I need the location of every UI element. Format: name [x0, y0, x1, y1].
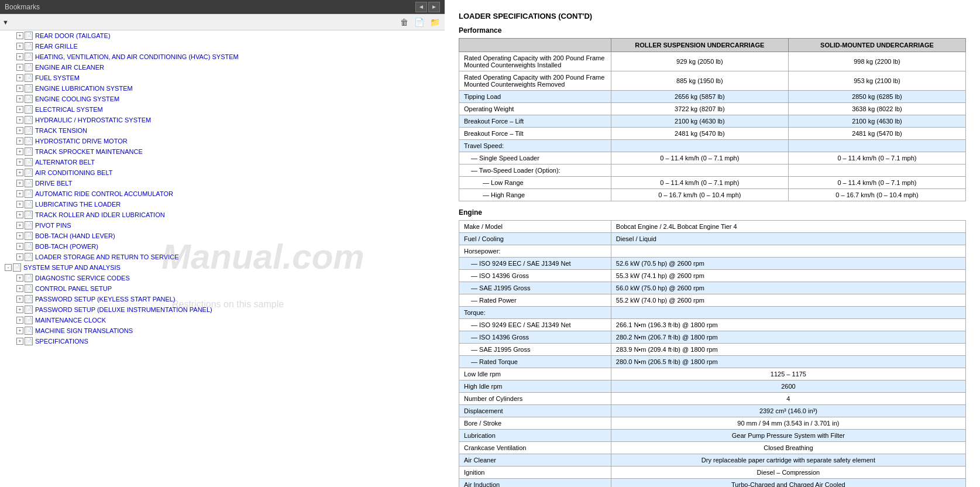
table-row: Operating Weight3722 kg (8207 lb)3638 kg…: [459, 103, 966, 115]
engine-title: Engine: [459, 208, 966, 217]
sidebar-item-label: LUBRICATING THE LOADER: [35, 201, 121, 208]
sidebar-item-loader-storage[interactable]: +📄LOADER STORAGE AND RETURN TO SERVICE: [0, 252, 445, 262]
sidebar-item-rear-door[interactable]: +📄REAR DOOR (TAILGATE): [0, 30, 445, 41]
expand-icon[interactable]: +: [16, 253, 23, 260]
sidebar-item-fuel-system[interactable]: +📄FUEL SYSTEM: [0, 73, 445, 83]
sidebar-item-control-panel[interactable]: +📄CONTROL PANEL SETUP: [0, 283, 445, 294]
expand-icon[interactable]: +: [16, 53, 23, 60]
sidebar-item-label: MACHINE SIGN TRANSLATIONS: [35, 327, 133, 334]
sidebar-item-hvac[interactable]: +📄HEATING, VENTILATION, AND AIR CONDITIO…: [0, 52, 445, 62]
expand-icon[interactable]: +: [16, 317, 23, 324]
expand-icon[interactable]: +: [16, 180, 23, 187]
expand-icon[interactable]: +: [16, 74, 23, 81]
engine-value: 280.2 N•m (206.7 ft·lb) @ 1800 rpm: [611, 331, 965, 344]
folder-bookmark-button[interactable]: 📁: [428, 16, 442, 28]
sidebar-item-bob-tach-hand[interactable]: +📄BOB-TACH (HAND LEVER): [0, 231, 445, 241]
sidebar-item-track-tension[interactable]: +📄TRACK TENSION: [0, 125, 445, 136]
expand-icon[interactable]: -: [5, 264, 12, 271]
table-row: Torque:: [459, 307, 966, 319]
sidebar-item-rear-grille[interactable]: +📄REAR GRILLE: [0, 41, 445, 52]
expand-icon[interactable]: +: [16, 338, 23, 345]
table-row: Low Idle rpm1125 – 1175: [459, 368, 966, 380]
page-icon: 📄: [25, 126, 33, 135]
table-row: Bore / Stroke90 mm / 94 mm (3.543 in / 3…: [459, 417, 966, 430]
expand-icon[interactable]: +: [16, 327, 23, 334]
sidebar-item-maintenance-clock[interactable]: +📄MAINTENANCE CLOCK: [0, 315, 445, 325]
sidebar-item-alternator-belt[interactable]: +📄ALTERNATOR BELT: [0, 157, 445, 167]
sidebar-item-password-keyless[interactable]: +📄PASSWORD SETUP (KEYLESS START PANEL): [0, 294, 445, 304]
table-row: — Single Speed Loader0 – 11.4 km/h (0 – …: [459, 152, 966, 164]
sidebar-item-engine-air-cleaner[interactable]: +📄ENGINE AIR CLEANER: [0, 62, 445, 73]
sidebar-item-electrical[interactable]: +📄ELECTRICAL SYSTEM: [0, 104, 445, 115]
nav-prev-button[interactable]: ◄: [415, 2, 427, 12]
expand-icon[interactable]: +: [16, 222, 23, 229]
expand-icon[interactable]: +: [16, 148, 23, 155]
perf-solid-value: 0 – 16.7 km/h (0 – 10.4 mph): [788, 189, 965, 201]
engine-value: 266.1 N•m (196.3 ft·lb) @ 1800 rpm: [611, 319, 965, 331]
perf-solid-value: 953 kg (2100 lb): [788, 71, 965, 91]
engine-label: Air Cleaner: [459, 454, 611, 467]
expand-icon[interactable]: +: [16, 211, 23, 218]
expand-icon[interactable]: +: [16, 64, 23, 71]
expand-icon[interactable]: +: [16, 169, 23, 176]
sidebar-item-engine-lube[interactable]: +📄ENGINE LUBRICATION SYSTEM: [0, 83, 445, 94]
sidebar-item-label: MAINTENANCE CLOCK: [35, 317, 106, 324]
sidebar-item-label: AUTOMATIC RIDE CONTROL ACCUMULATOR: [35, 190, 173, 197]
sidebar-item-label: ENGINE COOLING SYSTEM: [35, 95, 119, 102]
nav-next-button[interactable]: ►: [428, 2, 440, 12]
bookmarks-tree[interactable]: Manual.com Restrictions on this sample +…: [0, 30, 445, 487]
page-icon: 📄: [25, 232, 33, 240]
expand-icon[interactable]: +: [16, 116, 23, 124]
expand-icon[interactable]: +: [16, 85, 23, 92]
expand-icon[interactable]: +: [16, 296, 23, 303]
engine-value: 283.9 N•m (209.4 ft·lb) @ 1800 rpm: [611, 344, 965, 356]
sidebar-item-track-roller[interactable]: +📄TRACK ROLLER AND IDLER LUBRICATION: [0, 210, 445, 220]
sidebar-item-bob-tach-power[interactable]: +📄BOB-TACH (POWER): [0, 241, 445, 252]
expand-icon[interactable]: +: [16, 127, 23, 134]
perf-solid-value: 0 – 11.4 km/h (0 – 7.1 mph): [788, 152, 965, 164]
add-bookmark-button[interactable]: 📄: [412, 16, 427, 28]
sidebar-item-ac-belt[interactable]: +📄AIR CONDITIONING BELT: [0, 167, 445, 178]
perf-roller-value: 885 kg (1950 lb): [611, 71, 788, 91]
expand-icon[interactable]: +: [16, 285, 23, 292]
table-row: Fuel / CoolingDiesel / Liquid: [459, 233, 966, 245]
sidebar-item-system-setup[interactable]: -📄SYSTEM SETUP AND ANALYSIS: [0, 262, 445, 273]
expand-icon[interactable]: +: [16, 32, 23, 39]
expand-icon[interactable]: +: [16, 232, 23, 239]
sidebar-item-password-deluxe[interactable]: +📄PASSWORD SETUP (DELUXE INSTRUMENTATION…: [0, 304, 445, 315]
sidebar-item-specifications[interactable]: +📄SPECIFICATIONS: [0, 336, 445, 347]
sidebar-item-auto-ride[interactable]: +📄AUTOMATIC RIDE CONTROL ACCUMULATOR: [0, 188, 445, 199]
sidebar-item-machine-sign[interactable]: +📄MACHINE SIGN TRANSLATIONS: [0, 325, 445, 336]
perf-label: Tipping Load: [459, 91, 611, 103]
sidebar-item-label: SYSTEM SETUP AND ANALYSIS: [23, 264, 121, 271]
sidebar-item-hydrostatic-drive[interactable]: +📄HYDROSTATIC DRIVE MOTOR: [0, 136, 445, 146]
sidebar-item-hydraulic[interactable]: +📄HYDRAULIC / HYDROSTATIC SYSTEM: [0, 115, 445, 125]
expand-icon[interactable]: +: [16, 106, 23, 113]
engine-label: Lubrication: [459, 430, 611, 442]
delete-bookmark-button[interactable]: 🗑: [398, 16, 411, 28]
expand-icon[interactable]: +: [16, 243, 23, 250]
expand-icon[interactable]: +: [16, 138, 23, 145]
expand-icon[interactable]: +: [16, 306, 23, 313]
expand-icon[interactable]: +: [16, 43, 23, 50]
expand-all-button[interactable]: ▼: [2, 19, 9, 26]
engine-label: Number of Cylinders: [459, 393, 611, 405]
page-icon: 📄: [25, 84, 33, 92]
engine-label: — ISO 9249 EEC / SAE J1349 Net: [459, 258, 611, 270]
sidebar-item-lubricating[interactable]: +📄LUBRICATING THE LOADER: [0, 199, 445, 210]
expand-icon[interactable]: +: [16, 201, 23, 208]
expand-icon[interactable]: +: [16, 275, 23, 282]
sidebar-item-pivot-pins[interactable]: +📄PIVOT PINS: [0, 220, 445, 231]
sidebar-item-drive-belt[interactable]: +📄DRIVE BELT: [0, 178, 445, 188]
page-icon: 📄: [25, 327, 33, 335]
engine-value: [611, 307, 965, 319]
expand-icon[interactable]: +: [16, 159, 23, 166]
sidebar-item-track-sprocket[interactable]: +📄TRACK SPROCKET MAINTENANCE: [0, 146, 445, 157]
engine-value: Diesel / Liquid: [611, 233, 965, 245]
sidebar-item-engine-cooling[interactable]: +📄ENGINE COOLING SYSTEM: [0, 94, 445, 104]
perf-roller-value: 3722 kg (8207 lb): [611, 103, 788, 115]
table-row: — Two-Speed Loader (Option):: [459, 164, 966, 177]
expand-icon[interactable]: +: [16, 190, 23, 197]
expand-icon[interactable]: +: [16, 95, 23, 102]
sidebar-item-diagnostic[interactable]: +📄DIAGNOSTIC SERVICE CODES: [0, 273, 445, 283]
